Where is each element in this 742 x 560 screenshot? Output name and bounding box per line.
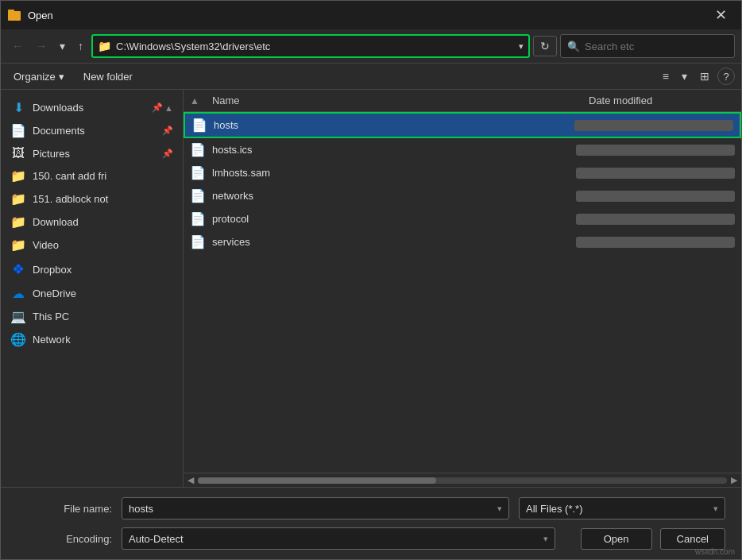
sidebar-item-video[interactable]: 📁 Video (1, 234, 183, 257)
view-dropdown-button[interactable]: ▾ (677, 67, 692, 86)
sidebar-label-onedrive: OneDrive (33, 288, 173, 299)
file-icon-hosts: 📄 (191, 118, 207, 133)
bottom-area: File name: ▾ All Files (*.*) ▾ Encoding:… (1, 487, 741, 559)
search-input[interactable] (585, 41, 720, 52)
address-input[interactable] (116, 41, 514, 52)
file-list-header: ▲ Name Date modified (184, 90, 741, 112)
sidebar: ⬇ Downloads 📌 ▲ 📄 Documents 📌 🖼 Pictures (1, 90, 184, 487)
file-name-hosts-ics: hosts.ics (212, 144, 570, 156)
download-icon: 📁 (10, 214, 26, 230)
col-header-date[interactable]: Date modified (582, 90, 741, 111)
up-button[interactable]: ↑ (73, 37, 88, 56)
sidebar-item-documents[interactable]: 📄 Documents 📌 (1, 119, 183, 142)
main-content: ⬇ Downloads 📌 ▲ 📄 Documents 📌 🖼 Pictures (1, 90, 741, 487)
file-item-networks[interactable]: 📄 networks (184, 184, 741, 207)
file-item-protocol[interactable]: 📄 protocol (184, 207, 741, 230)
scroll-track[interactable] (198, 477, 727, 484)
pictures-icon: 🖼 (10, 146, 26, 160)
second-toolbar: Organize ▾ New folder ≡ ▾ ⊞ ? (1, 64, 741, 90)
video-icon: 📁 (10, 238, 26, 253)
sidebar-item-folder150[interactable]: 📁 150. cant add fri (1, 164, 183, 187)
scroll-right-arrow[interactable]: ▶ (727, 473, 741, 488)
pin-icon-pictures: 📌 (162, 149, 173, 159)
list-view-button[interactable]: ≡ (658, 67, 674, 86)
file-icon-services: 📄 (190, 234, 206, 249)
file-item-hosts-ics[interactable]: 📄 hosts.ics (184, 138, 741, 161)
file-item-hosts[interactable]: 📄 hosts (184, 112, 741, 138)
cancel-button[interactable]: Cancel (660, 528, 725, 550)
file-name-label: File name: (17, 503, 112, 515)
file-name-hosts: hosts (214, 119, 568, 131)
new-folder-button[interactable]: New folder (77, 68, 139, 86)
grid-view-button[interactable]: ⊞ (695, 67, 714, 86)
dialog-icon (7, 8, 21, 22)
sidebar-label-network: Network (33, 334, 173, 346)
watermark: wsxdn.com (695, 547, 735, 556)
scroll-thumb[interactable] (198, 477, 436, 484)
sidebar-item-thispc[interactable]: 💻 This PC (1, 305, 183, 328)
dropdown-button[interactable]: ▾ (55, 37, 70, 56)
sidebar-item-downloads[interactable]: ⬇ Downloads 📌 ▲ (1, 96, 183, 119)
svg-rect-0 (8, 11, 21, 21)
file-name-input[interactable] (129, 503, 497, 515)
sidebar-item-network[interactable]: 🌐 Network (1, 328, 183, 351)
organize-button[interactable]: Organize ▾ (7, 68, 71, 86)
sidebar-label-folder150: 150. cant add fri (33, 170, 173, 182)
sidebar-item-download[interactable]: 📁 Download (1, 210, 183, 234)
file-date-services (576, 237, 735, 248)
file-date-hosts (574, 120, 733, 131)
file-icon-protocol: 📄 (190, 211, 206, 226)
pin-icon-documents: 📌 (162, 126, 173, 136)
horizontal-scrollbar[interactable]: ◀ ▶ (184, 473, 741, 487)
bottom-buttons: Open Cancel (581, 528, 725, 550)
sidebar-label-video: Video (33, 239, 173, 251)
sidebar-label-dropbox: Dropbox (33, 264, 173, 276)
file-name-dropdown-arrow[interactable]: ▾ (497, 504, 502, 514)
file-type-wrapper: All Files (*.*) ▾ (519, 497, 725, 519)
sidebar-label-downloads: Downloads (33, 102, 145, 114)
folder150-icon: 📁 (10, 168, 26, 183)
file-type-dropdown-arrow[interactable]: ▾ (713, 504, 718, 514)
sidebar-label-thispc: This PC (33, 311, 173, 322)
encoding-dropdown-arrow[interactable]: ▾ (543, 534, 548, 544)
sidebar-item-onedrive[interactable]: ☁ OneDrive (1, 282, 183, 305)
encoding-input[interactable] (129, 533, 543, 545)
sidebar-item-pictures[interactable]: 🖼 Pictures 📌 (1, 142, 183, 164)
address-folder-icon: 📁 (98, 40, 111, 52)
encoding-input-wrapper: ▾ (122, 527, 555, 550)
organize-arrow-icon: ▾ (59, 71, 64, 83)
help-button[interactable]: ? (717, 68, 735, 85)
sort-chevron-icon[interactable]: ▲ (184, 92, 206, 110)
network-icon: 🌐 (10, 332, 26, 347)
folder151-icon: 📁 (10, 191, 26, 207)
back-button[interactable]: ← (7, 37, 28, 56)
address-dropdown-arrow[interactable]: ▾ (519, 41, 524, 52)
close-button[interactable]: ✕ (707, 5, 735, 25)
title-bar: Open ✕ (1, 1, 741, 29)
file-item-lmhosts-sam[interactable]: 📄 lmhosts.sam (184, 161, 741, 184)
scroll-left-arrow[interactable]: ◀ (184, 473, 198, 488)
file-item-services[interactable]: 📄 services (184, 230, 741, 253)
sidebar-item-dropbox[interactable]: ❖ Dropbox (1, 257, 183, 282)
file-name-input-wrapper: ▾ (122, 497, 509, 519)
chevron-icon-downloads: ▲ (164, 103, 173, 113)
sidebar-label-documents: Documents (33, 125, 156, 137)
file-date-networks (576, 191, 735, 202)
dialog-title: Open (28, 10, 53, 21)
search-icon: 🔍 (567, 41, 580, 52)
file-name-protocol: protocol (212, 213, 570, 225)
address-toolbar: ← → ▾ ↑ 📁 ▾ ↻ 🔍 (1, 29, 741, 64)
address-bar[interactable]: 📁 ▾ (91, 34, 530, 58)
file-icon-networks: 📄 (190, 188, 206, 203)
sidebar-item-folder151[interactable]: 📁 151. adblock not (1, 187, 183, 210)
dropbox-icon: ❖ (10, 261, 26, 278)
col-header-name[interactable]: Name (206, 90, 582, 111)
open-button[interactable]: Open (581, 528, 652, 550)
forward-button[interactable]: → (31, 37, 52, 56)
file-icon-lmhosts-sam: 📄 (190, 165, 206, 180)
pin-icon-downloads: 📌 (152, 102, 163, 113)
file-area: ▲ Name Date modified 📄 hosts 📄 hosts.ics (184, 90, 741, 487)
search-box: 🔍 (560, 34, 735, 58)
refresh-button[interactable]: ↻ (533, 36, 557, 56)
file-date-lmhosts-sam (576, 168, 735, 179)
